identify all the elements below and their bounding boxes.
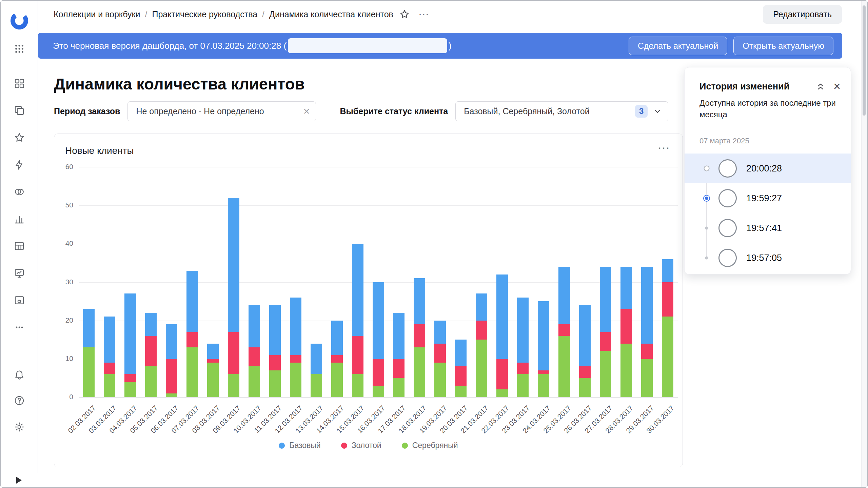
bar-segment[interactable] bbox=[558, 267, 570, 324]
bar-segment[interactable] bbox=[228, 332, 239, 374]
functions-icon[interactable] bbox=[13, 159, 25, 171]
bar-segment[interactable] bbox=[166, 393, 177, 397]
bar-segment[interactable] bbox=[83, 309, 95, 347]
bar-segment[interactable] bbox=[331, 363, 343, 397]
bar-segment[interactable] bbox=[476, 321, 487, 340]
radio-selected-icon[interactable] bbox=[703, 195, 710, 202]
bar-segment[interactable] bbox=[393, 359, 405, 378]
monitoring-icon[interactable] bbox=[13, 267, 25, 279]
bar-segment[interactable] bbox=[558, 336, 570, 397]
bar-segment[interactable] bbox=[517, 363, 529, 374]
settings-gear-icon[interactable] bbox=[13, 421, 25, 433]
bar-segment[interactable] bbox=[455, 386, 467, 397]
bar-segment[interactable] bbox=[641, 267, 653, 343]
bar-segment[interactable] bbox=[145, 313, 157, 336]
status-filter-select[interactable]: Базовый, Серебряный, Золотой 3 bbox=[455, 101, 668, 121]
bar-segment[interactable] bbox=[600, 267, 611, 332]
bar-segment[interactable] bbox=[166, 324, 177, 359]
bar-segment[interactable] bbox=[228, 198, 239, 332]
bar-segment[interactable] bbox=[434, 344, 446, 363]
bar-segment[interactable] bbox=[496, 389, 508, 397]
bar-segment[interactable] bbox=[352, 336, 363, 374]
bar-segment[interactable] bbox=[620, 309, 632, 344]
radio-ring-icon[interactable] bbox=[704, 166, 710, 171]
bar-segment[interactable] bbox=[104, 363, 115, 374]
legend-item[interactable]: Золотой bbox=[341, 441, 381, 450]
charts-icon[interactable] bbox=[13, 213, 25, 225]
bar-segment[interactable] bbox=[476, 340, 487, 397]
favorites-icon[interactable] bbox=[13, 131, 25, 144]
legend-item[interactable]: Базовый bbox=[279, 441, 320, 450]
scrollbar-track[interactable] bbox=[861, 1, 867, 487]
bar-segment[interactable] bbox=[228, 374, 239, 397]
datasets-icon[interactable] bbox=[13, 240, 25, 252]
bar-segment[interactable] bbox=[186, 271, 198, 332]
bar-segment[interactable] bbox=[476, 293, 487, 320]
bar-segment[interactable] bbox=[496, 359, 508, 390]
bar-segment[interactable] bbox=[186, 332, 198, 347]
bar-segment[interactable] bbox=[352, 244, 363, 336]
breadcrumb-item-current[interactable]: Динамика количества клиентов bbox=[269, 9, 393, 19]
storage-icon[interactable] bbox=[13, 294, 25, 306]
bar-segment[interactable] bbox=[207, 344, 219, 359]
make-actual-button[interactable]: Сделать актуальной bbox=[629, 37, 727, 55]
bar-segment[interactable] bbox=[290, 355, 301, 363]
bar-segment[interactable] bbox=[620, 267, 632, 309]
bar-segment[interactable] bbox=[311, 344, 322, 374]
bar-segment[interactable] bbox=[579, 366, 591, 378]
bar-segment[interactable] bbox=[166, 359, 177, 393]
expand-play-icon[interactable] bbox=[16, 477, 22, 484]
history-item[interactable]: 20:00:28 bbox=[685, 154, 851, 183]
breadcrumb-item[interactable]: Коллекции и воркбуки bbox=[54, 9, 140, 19]
bar-segment[interactable] bbox=[207, 363, 219, 397]
bar-segment[interactable] bbox=[269, 355, 281, 370]
period-filter-input[interactable]: Не определено - Не определено × bbox=[127, 101, 316, 121]
radio-dot-icon[interactable] bbox=[705, 257, 708, 260]
apps-grid-icon[interactable] bbox=[13, 43, 25, 55]
bar-segment[interactable] bbox=[538, 374, 549, 397]
close-icon[interactable]: × bbox=[833, 80, 841, 93]
bar-segment[interactable] bbox=[434, 363, 446, 397]
bar-segment[interactable] bbox=[600, 332, 611, 351]
bar-segment[interactable] bbox=[579, 378, 591, 397]
edit-button[interactable]: Редактировать bbox=[763, 5, 842, 24]
notifications-bell-icon[interactable] bbox=[13, 368, 25, 380]
bar-segment[interactable] bbox=[434, 321, 446, 344]
datalens-logo-icon[interactable] bbox=[9, 11, 29, 30]
bar-segment[interactable] bbox=[290, 298, 301, 355]
bar-segment[interactable] bbox=[620, 344, 632, 397]
legend-item[interactable]: Серебряный bbox=[402, 441, 458, 450]
bar-segment[interactable] bbox=[249, 347, 260, 367]
bar-segment[interactable] bbox=[249, 305, 260, 347]
bar-segment[interactable] bbox=[517, 298, 529, 363]
clear-icon[interactable]: × bbox=[299, 106, 310, 117]
bar-segment[interactable] bbox=[662, 282, 673, 317]
collapse-icon[interactable] bbox=[816, 82, 825, 91]
bar-segment[interactable] bbox=[373, 282, 384, 359]
bar-segment[interactable] bbox=[124, 374, 136, 382]
more-actions-icon[interactable]: ⋯ bbox=[418, 9, 430, 20]
bar-segment[interactable] bbox=[414, 278, 425, 324]
bar-segment[interactable] bbox=[393, 313, 405, 359]
dashboards-icon[interactable] bbox=[13, 77, 25, 89]
more-icon[interactable] bbox=[13, 321, 25, 333]
relations-icon[interactable] bbox=[13, 186, 25, 198]
bar-segment[interactable] bbox=[145, 336, 157, 367]
bar-segment[interactable] bbox=[538, 301, 549, 370]
scrollbar-thumb[interactable] bbox=[863, 5, 866, 116]
open-actual-button[interactable]: Открыть актуальную bbox=[733, 37, 833, 55]
bar-segment[interactable] bbox=[538, 370, 549, 374]
chevron-down-icon[interactable] bbox=[653, 107, 662, 116]
bar-segment[interactable] bbox=[331, 355, 343, 363]
bar-segment[interactable] bbox=[373, 359, 384, 386]
bar-segment[interactable] bbox=[393, 378, 405, 397]
bar-segment[interactable] bbox=[145, 366, 157, 397]
bar-segment[interactable] bbox=[579, 305, 591, 366]
bar-segment[interactable] bbox=[83, 347, 95, 397]
bar-segment[interactable] bbox=[124, 293, 136, 374]
bar-segment[interactable] bbox=[517, 374, 529, 397]
bar-segment[interactable] bbox=[290, 363, 301, 397]
bar-segment[interactable] bbox=[455, 366, 467, 386]
breadcrumb-item[interactable]: Практические руководства bbox=[152, 9, 257, 19]
bar-segment[interactable] bbox=[414, 347, 425, 397]
